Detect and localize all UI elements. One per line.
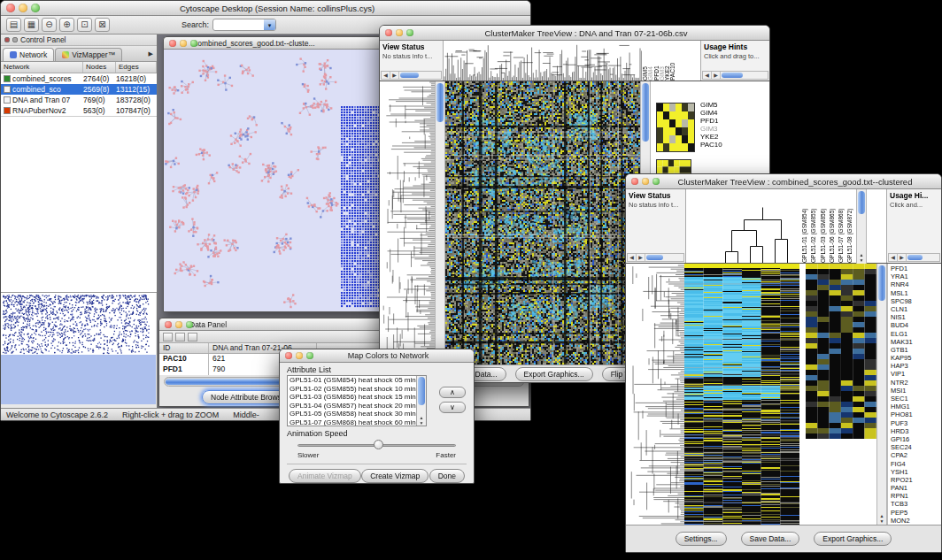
labels-scrollbar[interactable]: ▲▼ (856, 189, 867, 264)
network-view-titlebar[interactable]: combined_scores_good.txt--cluste... (164, 37, 389, 50)
status-scrollbar[interactable]: ◀▶ (381, 71, 442, 80)
control-panel-tab[interactable]: Network (3, 48, 54, 61)
heatmap[interactable] (684, 264, 799, 525)
gene-label[interactable]: TCB3 (888, 500, 941, 508)
column-label[interactable]: GPL51-07 (GSM868) (838, 191, 846, 263)
usage-scrollbar[interactable]: ◀▶ (888, 253, 940, 262)
gene-label[interactable]: PAN1 (888, 484, 941, 492)
column-label[interactable]: GPL51-02 (GSM855) (810, 191, 819, 263)
network-row[interactable]: DNA and Tran 07 769(0) 183728(0) (1, 95, 157, 105)
dendrogram-scrollbar[interactable]: ▲▼ (435, 81, 445, 364)
gene-label[interactable]: PAC10 (700, 141, 722, 149)
attribute-list[interactable]: GPL51-01 (GSM854) heat shock 05 minGPL51… (287, 375, 427, 426)
scroll-left-icon[interactable]: ◀ (628, 254, 637, 261)
birdseye-view[interactable] (1, 293, 156, 404)
column-label[interactable]: GPL51-01 (GSM854) (801, 191, 810, 263)
network-row[interactable]: combined_scores 2764(0) 16218(0) (1, 73, 157, 84)
attribute-select-icon[interactable] (163, 333, 173, 341)
tab-overflow-icon[interactable]: ▶ (149, 50, 153, 58)
dialog-button[interactable]: Done (429, 469, 465, 483)
attribute-item[interactable]: GPL51-04 (GSM857) heat shock 20 min (288, 402, 426, 410)
maximize-button[interactable] (306, 352, 313, 359)
attribute-item[interactable]: GPL51-01 (GSM854) heat shock 05 min (288, 376, 426, 385)
gene-label[interactable]: GIM3 (700, 125, 722, 133)
gene-label[interactable]: BUD4 (888, 321, 941, 329)
gene-label[interactable]: SEC24 (888, 443, 941, 451)
gene-label[interactable]: GPI16 (888, 435, 941, 443)
dialog-titlebar[interactable]: Map Colors to Network (280, 349, 474, 363)
gene-label[interactable]: NIS1 (888, 313, 941, 321)
minimize-button[interactable] (180, 40, 187, 47)
treeview-dna-titlebar[interactable]: ClusterMaker TreeView : DNA and Tran 07-… (380, 26, 769, 41)
close-button[interactable] (385, 29, 392, 36)
gene-label[interactable]: GTB1 (888, 346, 941, 354)
gene-label[interactable]: SPC98 (888, 297, 941, 305)
scrollbar-thumb[interactable] (418, 377, 425, 405)
list-scrollbar[interactable]: ▲▼ (416, 376, 426, 426)
zoom-selected-icon[interactable]: ⊡ (77, 18, 92, 32)
scroll-right-icon[interactable]: ▶ (390, 72, 399, 79)
gene-label[interactable]: YRA1 (888, 272, 941, 280)
usage-scrollbar[interactable]: ◀▶ (702, 71, 768, 80)
maximize-button[interactable] (190, 40, 197, 47)
attribute-create-icon[interactable] (175, 333, 185, 341)
gene-label[interactable]: PFD1 (700, 117, 722, 125)
row-dendrogram[interactable] (626, 264, 684, 525)
zoom-heatmap[interactable] (806, 264, 876, 525)
attribute-item[interactable]: GPL51-03 (GSM856) heat shock 15 min (288, 393, 426, 402)
dialog-button[interactable]: Create Vizmap (361, 469, 429, 483)
maximize-button[interactable] (186, 321, 193, 328)
gene-label[interactable]: PEP5 (888, 509, 941, 517)
scrollbar-thumb[interactable] (400, 73, 419, 78)
scroll-right-icon[interactable]: ▶ (712, 72, 721, 79)
network-canvas[interactable] (164, 50, 389, 311)
zoom-in-icon[interactable]: ⊕ (59, 18, 74, 32)
move-up-button[interactable]: ∧ (439, 387, 466, 398)
minimize-button[interactable] (396, 29, 403, 36)
attribute-delete-icon[interactable] (188, 333, 197, 341)
search-input[interactable]: ▾ (212, 19, 276, 31)
gene-list-scrollbar[interactable]: ▲▼ (876, 264, 887, 525)
scroll-left-icon[interactable]: ◀ (703, 72, 712, 79)
column-dendrogram[interactable] (686, 189, 801, 263)
gene-label[interactable]: NTR2 (888, 379, 941, 387)
gene-label[interactable]: HAP3 (888, 362, 941, 370)
heatmap[interactable] (445, 81, 640, 364)
gene-label[interactable]: GIM5 (700, 101, 722, 109)
network-row[interactable]: combined_sco 2569(8) 13112(15) (1, 84, 157, 95)
gene-label[interactable]: RPO21 (888, 476, 941, 484)
gene-label[interactable]: MSI1 (888, 387, 941, 395)
gene-label[interactable]: RNR4 (888, 280, 941, 288)
column-label[interactable]: PFD1 (653, 42, 659, 81)
close-button[interactable] (169, 40, 176, 47)
maximize-button[interactable] (31, 4, 40, 12)
scroll-left-icon[interactable]: ◀ (382, 72, 390, 79)
treeview-button[interactable]: Settings... (676, 532, 727, 546)
close-button[interactable] (165, 321, 172, 328)
column-label[interactable]: PAC10 (669, 42, 675, 81)
gene-label[interactable]: PUF3 (888, 419, 941, 427)
zoom-out-icon[interactable]: ⊖ (42, 18, 57, 32)
treeview-button[interactable]: Save Data... (741, 532, 800, 546)
titlebar-cytoscape[interactable]: Cytoscape Desktop (Session Name: collins… (1, 1, 530, 16)
scrollbar-thumb[interactable] (642, 83, 649, 142)
zoom-heatmap[interactable] (656, 103, 695, 152)
maximize-button[interactable] (406, 29, 413, 36)
gene-label[interactable]: HRD3 (888, 427, 941, 435)
attribute-item[interactable]: GPL51-07 (GSM868) heat shock 60 min (288, 418, 426, 427)
gene-label[interactable]: HMG1 (888, 403, 941, 410)
scroll-right-icon[interactable]: ▶ (637, 254, 645, 261)
gene-label[interactable]: RPN1 (888, 492, 941, 500)
attribute-item[interactable]: GPL51-02 (GSM855) heat shock 10 min (288, 385, 426, 394)
gene-label[interactable]: PHO81 (888, 410, 941, 418)
gene-label[interactable]: GIM4 (700, 109, 722, 117)
status-scrollbar[interactable]: ◀▶ (627, 253, 684, 262)
save-session-icon[interactable]: ▦ (24, 18, 39, 32)
gene-label[interactable]: CPA2 (888, 451, 941, 459)
minimize-button[interactable] (19, 4, 27, 12)
row-dendrogram[interactable] (380, 81, 435, 364)
gene-label[interactable]: MON2 (888, 517, 941, 525)
slider-knob[interactable] (374, 440, 383, 449)
column-label[interactable]: GIM4 (647, 42, 652, 81)
treeview-button[interactable]: Export Graphics... (515, 367, 593, 381)
